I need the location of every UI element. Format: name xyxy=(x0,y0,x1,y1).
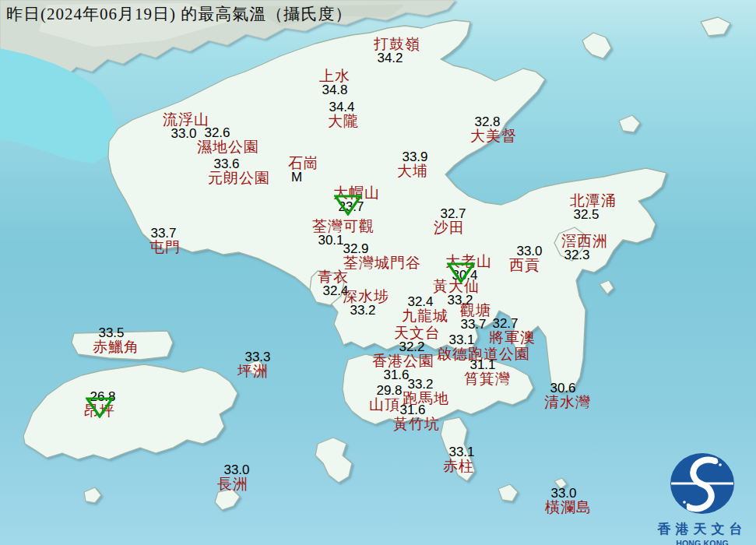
station-label: 32.7沙田 xyxy=(434,207,465,235)
station-name: 香港公園 xyxy=(372,353,434,368)
station-value: 32.9 xyxy=(317,242,395,255)
station-name: 赤鱲角 xyxy=(93,339,139,354)
station-value: 33.9 xyxy=(399,150,431,164)
station-value: 33.5 xyxy=(88,326,135,339)
station-value: 29.8 xyxy=(374,384,405,397)
station-label: 33.7屯門 xyxy=(149,227,181,255)
weather-map: 昨日(2024年06月19日) 的最高氣溫（攝氏度） 打鼓嶺34.2上水34.8… xyxy=(0,0,756,545)
station-label: 滘西洲32.3 xyxy=(561,234,608,262)
station-name: 石崗 xyxy=(288,156,319,171)
station-label: 32.4九龍城 xyxy=(402,295,448,323)
station-label: 33.9大埔 xyxy=(397,150,428,178)
station-value: 34.4 xyxy=(326,100,357,114)
station-name: 橫瀾島 xyxy=(545,500,592,515)
station-name: 大隴 xyxy=(328,114,359,128)
peak-marker-icon xyxy=(334,195,362,219)
station-label: 上水34.8 xyxy=(319,69,350,97)
station-name: 濕地公園 xyxy=(197,139,259,154)
station-name: 九龍城 xyxy=(402,308,448,323)
station-value: 32.3 xyxy=(554,248,600,262)
station-label: 33.0橫瀾島 xyxy=(545,487,592,515)
station-name: 沙田 xyxy=(434,220,465,235)
station-value: 32.6 xyxy=(186,126,248,139)
station-label: 33.6元朗公園 xyxy=(208,157,270,185)
station-value: 33.0 xyxy=(514,244,545,258)
station-label: 31.1筲箕灣 xyxy=(464,358,511,386)
station-name: 青衣 xyxy=(318,269,349,284)
station-label: 32.8大美督 xyxy=(470,115,517,143)
station-label: 石崗M xyxy=(288,156,319,184)
station-value: M xyxy=(281,171,312,184)
station-label: 30.6清水灣 xyxy=(544,382,591,410)
station-value: 32.5 xyxy=(563,208,610,221)
station-name: 黃竹坑 xyxy=(393,417,440,431)
station-name: 長洲 xyxy=(217,476,248,491)
station-label: 33.2跑馬地 xyxy=(403,378,449,406)
station-name: 大埔 xyxy=(397,164,428,178)
station-label: 深水埗33.2 xyxy=(343,289,389,317)
station-value: 34.8 xyxy=(319,83,350,97)
station-label: 33.0長洲 xyxy=(217,463,248,491)
station-value: 33.0 xyxy=(540,487,587,500)
station-name: 大美督 xyxy=(470,128,517,143)
station-label: 打鼓嶺34.2 xyxy=(374,37,420,65)
station-name: 滘西洲 xyxy=(561,234,608,248)
station-label: 31.6黃竹坑 xyxy=(393,403,440,431)
hko-logo-icon xyxy=(651,452,754,515)
station-value: 30.6 xyxy=(540,382,586,395)
station-label: 32.9荃灣城門谷 xyxy=(343,242,421,270)
station-value: 33.1 xyxy=(415,333,508,346)
station-label: 33.5赤鱲角 xyxy=(93,326,139,354)
hko-logo: 香港天文台 HONG KONG OBSERVATORY xyxy=(651,452,754,545)
station-label: 32.6濕地公園 xyxy=(197,126,259,154)
station-name: 筲箕灣 xyxy=(464,371,511,386)
hko-logo-en-text: HONG KONG OBSERVATORY xyxy=(651,539,754,545)
station-label: 33.1赤柱 xyxy=(443,445,474,473)
station-name: 赤柱 xyxy=(443,459,474,473)
station-value: 33.1 xyxy=(446,445,477,459)
station-name: 屯門 xyxy=(149,240,181,255)
peak-marker-icon xyxy=(447,262,475,287)
hko-logo-cn-text: 香港天文台 xyxy=(651,520,754,538)
station-name: 坪洲 xyxy=(237,364,269,378)
map-title: 昨日(2024年06月19日) 的最高氣溫（攝氏度） xyxy=(6,3,352,25)
station-value: 33.3 xyxy=(242,350,273,364)
station-name: 清水灣 xyxy=(544,395,591,410)
station-label: 北潭涌32.5 xyxy=(570,193,617,221)
station-name: 流浮山 xyxy=(163,112,209,127)
station-label: 33.0西貢 xyxy=(509,244,540,272)
station-label: 34.4大隴 xyxy=(328,100,359,128)
station-label: 33.3坪洲 xyxy=(237,350,269,378)
station-value: 33.7 xyxy=(148,227,179,240)
station-value: 34.2 xyxy=(367,51,413,65)
station-value: 32.4 xyxy=(397,295,444,308)
basemap xyxy=(0,0,756,545)
station-name: 觀塘 xyxy=(460,303,491,318)
station-name: 元朗公園 xyxy=(208,171,270,185)
station-name: 深水埗 xyxy=(343,289,389,304)
station-value: 32.7 xyxy=(438,207,469,220)
station-name: 上水 xyxy=(319,69,350,83)
station-value: 33.6 xyxy=(195,157,258,171)
station-value: 32.8 xyxy=(464,115,511,128)
peak-marker-icon xyxy=(86,397,114,421)
station-value: 31.6 xyxy=(389,403,436,417)
station-value: 33.0 xyxy=(221,463,252,476)
station-name: 荃灣城門谷 xyxy=(343,255,421,270)
station-value: 31.1 xyxy=(459,358,506,371)
station-name: 北潭涌 xyxy=(570,193,617,208)
station-value: 32.7 xyxy=(482,317,529,330)
station-value: 33.2 xyxy=(339,304,386,317)
station-name: 打鼓嶺 xyxy=(374,37,420,51)
station-name: 西貢 xyxy=(509,258,540,272)
station-name: 荃灣可觀 xyxy=(312,219,374,234)
